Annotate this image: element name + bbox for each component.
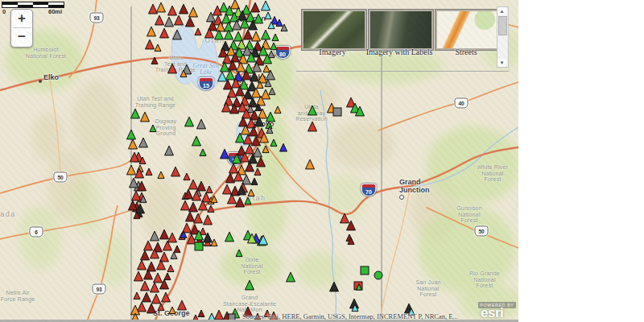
hazard-marker[interactable] xyxy=(146,39,155,49)
hazard-marker[interactable] xyxy=(262,1,270,10)
hazard-marker[interactable] xyxy=(244,30,253,39)
hazard-marker[interactable] xyxy=(151,57,158,64)
hazard-marker[interactable] xyxy=(251,2,260,12)
hazard-marker[interactable] xyxy=(245,197,251,204)
hazard-marker[interactable] xyxy=(248,189,254,196)
hazard-marker[interactable] xyxy=(208,205,214,213)
hazard-marker[interactable] xyxy=(151,283,159,292)
hazard-marker[interactable] xyxy=(164,273,171,280)
hazard-marker[interactable] xyxy=(189,180,198,189)
hazard-marker[interactable] xyxy=(194,213,203,223)
basemap-thumbnail-imagery[interactable] xyxy=(302,10,366,50)
hazard-marker[interactable] xyxy=(374,271,382,279)
hazard-marker[interactable] xyxy=(162,292,171,302)
hazard-marker[interactable] xyxy=(236,197,245,207)
hazard-marker[interactable] xyxy=(186,17,195,27)
hazard-marker[interactable] xyxy=(151,231,159,241)
hazard-marker[interactable] xyxy=(147,303,156,313)
hazard-marker[interactable] xyxy=(189,7,198,17)
hazard-marker[interactable] xyxy=(200,149,206,156)
hazard-marker[interactable] xyxy=(147,27,156,36)
hazard-marker[interactable] xyxy=(280,143,287,151)
hazard-marker[interactable] xyxy=(229,163,238,173)
hazard-marker[interactable] xyxy=(138,260,147,270)
hazard-marker[interactable] xyxy=(262,30,270,39)
hazard-marker[interactable] xyxy=(174,246,180,253)
hazard-marker[interactable] xyxy=(258,73,267,83)
hazard-marker[interactable] xyxy=(168,64,177,73)
hazard-marker[interactable] xyxy=(141,112,150,122)
hazard-marker[interactable] xyxy=(141,281,150,291)
hazard-marker[interactable] xyxy=(215,310,224,320)
hazard-marker[interactable] xyxy=(287,272,295,282)
hazard-marker[interactable] xyxy=(254,168,261,175)
hazard-marker[interactable] xyxy=(266,112,275,122)
hazard-marker[interactable] xyxy=(269,88,275,95)
hazard-marker[interactable] xyxy=(150,125,156,132)
hazard-marker[interactable] xyxy=(268,51,275,58)
hazard-marker[interactable] xyxy=(225,232,234,242)
hazard-marker[interactable] xyxy=(197,119,206,129)
hazard-marker[interactable] xyxy=(139,138,148,147)
hazard-marker[interactable] xyxy=(257,157,266,167)
hazard-marker[interactable] xyxy=(158,171,164,179)
hazard-marker[interactable] xyxy=(186,212,195,221)
zoom-out-button[interactable]: − xyxy=(11,28,32,46)
hazard-marker[interactable] xyxy=(171,252,177,259)
hazard-marker[interactable] xyxy=(185,117,194,126)
hazard-marker[interactable] xyxy=(169,307,175,314)
hazard-marker[interactable] xyxy=(165,17,174,27)
hazard-marker[interactable] xyxy=(173,30,182,39)
hazard-marker[interactable] xyxy=(197,181,206,191)
hazard-marker[interactable] xyxy=(168,6,177,15)
hazard-marker[interactable] xyxy=(254,14,263,23)
hazard-marker[interactable] xyxy=(308,105,317,115)
hazard-marker[interactable] xyxy=(160,229,169,239)
hazard-marker[interactable] xyxy=(131,109,140,118)
hazard-marker[interactable] xyxy=(155,44,161,52)
hazard-marker[interactable] xyxy=(180,4,188,14)
hazard-marker[interactable] xyxy=(178,300,187,310)
hazard-marker[interactable] xyxy=(130,178,138,188)
hazard-marker[interactable] xyxy=(265,12,271,19)
scrollbar-thumb[interactable] xyxy=(498,16,507,35)
gallery-scrollbar[interactable]: ▲ ▼ xyxy=(497,6,509,68)
hazard-marker[interactable] xyxy=(158,303,164,311)
hazard-marker[interactable] xyxy=(134,271,143,281)
scrollbar-down-icon[interactable]: ▼ xyxy=(497,59,506,67)
hazard-marker[interactable] xyxy=(330,282,339,291)
hazard-marker[interactable] xyxy=(236,250,242,257)
hazard-marker[interactable] xyxy=(138,302,147,312)
hazard-marker[interactable] xyxy=(167,265,174,272)
hazard-marker[interactable] xyxy=(195,242,203,250)
hazard-marker[interactable] xyxy=(129,139,138,149)
map-viewport[interactable]: HumboldtNational ForestUtahTest andTrain… xyxy=(0,0,518,322)
hazard-marker[interactable] xyxy=(181,200,190,210)
hazard-marker[interactable] xyxy=(175,15,184,25)
hazard-marker[interactable] xyxy=(127,130,136,139)
hazard-marker[interactable] xyxy=(192,136,201,146)
hazard-marker[interactable] xyxy=(306,159,315,169)
hazard-marker[interactable] xyxy=(168,233,177,242)
hazard-marker[interactable] xyxy=(132,191,141,200)
hazard-marker[interactable] xyxy=(333,108,341,116)
hazard-marker[interactable] xyxy=(275,106,281,114)
scrollbar-up-icon[interactable]: ▲ xyxy=(497,7,506,15)
hazard-marker[interactable] xyxy=(134,292,140,299)
hazard-marker[interactable] xyxy=(171,167,180,176)
hazard-marker[interactable] xyxy=(270,43,277,50)
hazard-marker[interactable] xyxy=(246,280,254,290)
hazard-marker[interactable] xyxy=(189,202,198,212)
hazard-marker[interactable] xyxy=(341,213,349,223)
hazard-marker[interactable] xyxy=(142,292,151,302)
hazard-marker[interactable] xyxy=(154,273,163,283)
hazard-marker[interactable] xyxy=(198,310,204,317)
hazard-marker[interactable] xyxy=(308,122,317,131)
hazard-marker[interactable] xyxy=(204,215,213,225)
hazard-marker[interactable] xyxy=(141,250,150,260)
hazard-marker[interactable] xyxy=(146,168,152,175)
hazard-marker[interactable] xyxy=(263,65,270,72)
hazard-marker[interactable] xyxy=(221,149,229,159)
hazard-marker[interactable] xyxy=(252,31,261,41)
hazard-marker[interactable] xyxy=(155,15,164,25)
